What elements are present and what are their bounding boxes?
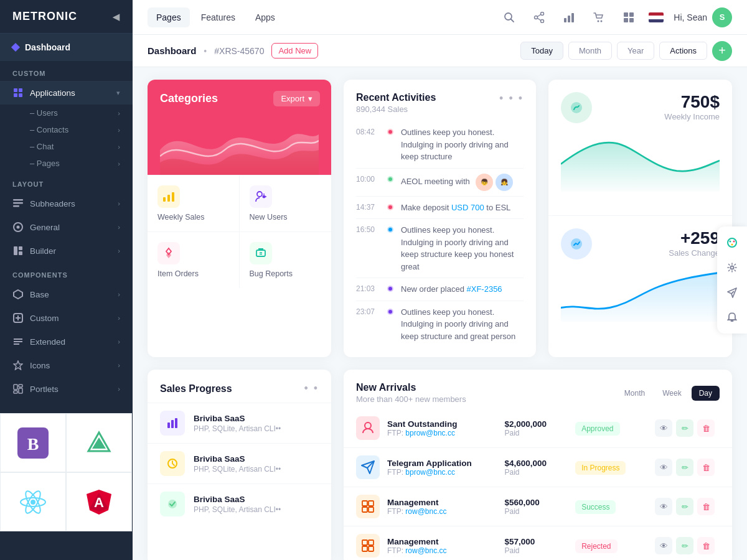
sales-progress-card: Sales Progress • • Briviba SaaS PHP, SQL… — [148, 370, 331, 560]
svg-point-46 — [601, 20, 603, 22]
status-badge: Approved — [575, 422, 619, 436]
svg-rect-74 — [369, 507, 374, 512]
export-chevron-icon: ▾ — [308, 94, 312, 103]
weekly-income-icon — [561, 92, 592, 123]
progress-item: Briviba SaaS PHP, SQLite, Artisan CLI•• — [148, 483, 331, 524]
period-year-button[interactable]: Year — [617, 42, 654, 60]
export-button[interactable]: Export ▾ — [273, 91, 320, 106]
sidebar-item-subheaders[interactable]: Subheaders › — [0, 192, 133, 215]
edit-icon[interactable]: ✏ — [676, 537, 693, 554]
language-flag[interactable] — [649, 12, 664, 22]
topnav-apps[interactable]: Apps — [247, 7, 284, 27]
edit-icon[interactable]: ✏ — [676, 498, 693, 515]
right-send-icon[interactable] — [722, 282, 742, 302]
sidebar-item-extended[interactable]: Extended › — [0, 330, 133, 353]
svg-line-41 — [537, 18, 541, 21]
svg-rect-49 — [624, 18, 628, 22]
period-today-button[interactable]: Today — [520, 42, 563, 60]
activity-dot-icon — [387, 204, 393, 210]
activity-item: 10:00 AEOL meeting with 👦 👧 — [356, 169, 524, 197]
action-icons: 👁 ✏ 🗑 — [655, 419, 720, 437]
sidebar-item-applications[interactable]: Applications ▾ — [0, 81, 133, 105]
right-action-bar — [717, 226, 747, 334]
activities-menu-icon[interactable]: • • • — [499, 92, 524, 105]
svg-rect-72 — [369, 501, 374, 506]
edit-icon[interactable]: ✏ — [676, 419, 693, 437]
right-bell-icon[interactable] — [722, 307, 742, 327]
svg-point-83 — [731, 266, 734, 269]
sidebar-item-general[interactable]: General › — [0, 215, 133, 239]
sidebar-item-custom[interactable]: Custom › — [0, 306, 133, 330]
user-avatar: S — [712, 7, 732, 27]
right-palette-icon[interactable] — [722, 233, 742, 253]
delete-icon[interactable]: 🗑 — [697, 459, 715, 476]
activity-link[interactable]: USD 700 — [451, 203, 484, 212]
user-profile[interactable]: Hi, Sean S — [674, 7, 732, 27]
new-users-icon — [250, 185, 272, 208]
sidebar-item-dashboard[interactable]: Dashboard — [0, 34, 133, 61]
builder-chevron-icon: › — [118, 247, 120, 254]
sales-change-card: +259 Sales Change — [548, 216, 732, 358]
add-new-button[interactable]: Add New — [271, 43, 318, 58]
sidebar-item-users[interactable]: – Users › — [0, 105, 133, 121]
content-row-1: Categories Export ▾ — [148, 80, 732, 357]
sidebar-item-builder[interactable]: Builder › — [0, 239, 133, 263]
svg-point-54 — [257, 192, 262, 197]
view-icon[interactable]: 👁 — [655, 537, 672, 554]
svg-rect-53 — [172, 192, 174, 202]
topnav-pages[interactable]: Pages — [148, 7, 190, 27]
weekly-sales-label: Weekly Sales — [157, 213, 229, 222]
builder-label: Builder — [30, 246, 56, 256]
search-icon[interactable] — [499, 7, 519, 27]
sidebar-collapse-icon[interactable]: ◀ — [113, 12, 120, 22]
edit-icon[interactable]: ✏ — [676, 459, 693, 476]
svg-point-8 — [17, 226, 20, 229]
right-settings-icon[interactable] — [722, 258, 742, 278]
sidebar-item-icons[interactable]: Icons › — [0, 353, 133, 377]
grid-icon[interactable] — [619, 7, 639, 27]
category-new-users: New Users — [240, 175, 332, 231]
custom-icon — [12, 312, 24, 324]
add-icon-button[interactable]: + — [712, 41, 732, 61]
sales-progress-title: Sales Progress — [160, 383, 232, 394]
app-icon-telegram — [356, 455, 380, 479]
weekly-sales-icon — [157, 185, 180, 208]
period-month-button[interactable]: Month — [568, 42, 612, 60]
arrivals-tab-month[interactable]: Month — [617, 386, 652, 401]
chat-chevron-icon: › — [118, 143, 120, 151]
view-icon[interactable]: 👁 — [655, 459, 672, 476]
table-row: Sant Outstanding FTP: bprow@bnc.cc $2,00… — [344, 409, 732, 448]
extended-icon — [12, 336, 24, 347]
topnav-features[interactable]: Features — [192, 7, 244, 27]
view-icon[interactable]: 👁 — [655, 419, 672, 437]
contacts-chevron-icon: › — [118, 126, 120, 134]
svg-line-84 — [731, 291, 734, 294]
cart-icon[interactable] — [589, 7, 609, 27]
sidebar-item-base[interactable]: Base › — [0, 282, 133, 306]
action-icons: 👁 ✏ 🗑 — [655, 537, 720, 554]
page-title: Dashboard — [148, 45, 196, 56]
arrivals-tab-week[interactable]: Week — [655, 386, 688, 401]
sidebar-item-chat[interactable]: – Chat › — [0, 138, 133, 155]
svg-rect-66 — [171, 420, 174, 428]
sales-progress-menu-icon[interactable]: • • — [304, 382, 319, 395]
actions-button[interactable]: Actions — [659, 42, 707, 60]
sidebar-item-pages[interactable]: – Pages › — [0, 155, 133, 172]
action-icons: 👁 ✏ 🗑 — [655, 498, 720, 515]
view-icon[interactable]: 👁 — [655, 498, 672, 515]
sidebar-item-portlets[interactable]: Portlets › — [0, 377, 133, 401]
arrivals-tab-day[interactable]: Day — [692, 386, 720, 401]
svg-marker-19 — [14, 361, 22, 370]
delete-icon[interactable]: 🗑 — [697, 498, 715, 515]
share-icon[interactable] — [529, 7, 549, 27]
delete-icon[interactable]: 🗑 — [697, 419, 715, 437]
subheader-controls: Today Month Year Actions + — [520, 41, 732, 61]
svg-rect-3 — [19, 93, 22, 97]
portlets-label: Portlets — [30, 385, 59, 394]
progress-name-2: Briviba SaaS — [194, 454, 319, 464]
chart-icon[interactable] — [559, 7, 579, 27]
delete-icon[interactable]: 🗑 — [697, 537, 715, 554]
activity-link[interactable]: #XF-2356 — [467, 284, 502, 294]
sidebar-item-contacts[interactable]: – Contacts › — [0, 121, 133, 138]
breadcrumb-id: #XRS-45670 — [214, 46, 264, 56]
